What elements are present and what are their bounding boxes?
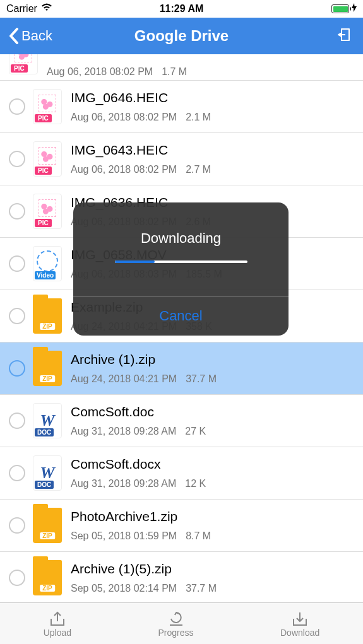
file-name: ComcSoft.doc	[71, 404, 354, 419]
doc-file-icon: W	[33, 455, 62, 491]
tab-upload[interactable]: Upload	[44, 610, 71, 638]
file-info: Archive (1)(5).zipSep 05, 2018 02:14 PM3…	[71, 552, 354, 602]
file-size: 2.1 M	[186, 112, 211, 123]
zip-file-icon	[33, 298, 62, 334]
modal-title: Downloading	[73, 202, 289, 261]
back-button[interactable]: Back	[9, 28, 52, 44]
file-info: ComcSoft.docAug 31, 2018 09:28 AM27 K	[71, 395, 354, 447]
file-name: Archive (1)(5).zip	[71, 561, 354, 577]
file-size: 12 K	[185, 478, 206, 489]
selection-circle[interactable]	[9, 360, 25, 377]
pic-file-icon	[9, 54, 38, 74]
downloading-modal: Downloading Cancel	[73, 202, 289, 336]
selection-circle[interactable]	[9, 308, 25, 324]
status-time: 11:29 AM	[160, 3, 204, 15]
file-info: Archive (1).zipAug 24, 2018 04:21 PM37.7…	[71, 342, 354, 394]
file-date: Aug 06, 2018 08:02 PM	[47, 66, 153, 78]
wifi-icon	[41, 3, 52, 15]
file-meta: Aug 24, 2018 04:21 PM37.7 M	[71, 373, 354, 385]
file-info: IMG_0646.HEICAug 06, 2018 08:02 PM2.1 M	[71, 81, 354, 132]
file-size: 2.7 M	[186, 164, 211, 175]
file-date: Aug 31, 2018 09:28 AM	[71, 426, 176, 437]
selection-circle[interactable]	[9, 517, 25, 534]
cancel-button[interactable]: Cancel	[73, 296, 289, 336]
file-name: IMG_0643.HEIC	[71, 143, 354, 158]
zip-file-icon	[33, 508, 62, 543]
tab-progress-label: Progress	[158, 628, 194, 638]
charging-icon	[352, 3, 357, 15]
upload-icon	[49, 610, 66, 626]
selection-circle[interactable]	[9, 413, 25, 429]
file-item[interactable]: Archive (1).zipAug 24, 2018 04:21 PM37.7…	[0, 342, 363, 395]
status-bar: Carrier 11:29 AM	[0, 0, 363, 18]
file-date: Aug 06, 2018 08:02 PM	[71, 112, 177, 123]
file-date: Sep 05, 2018 02:14 PM	[71, 583, 177, 594]
tab-bar: Upload Progress Download	[0, 602, 363, 644]
file-date: Aug 06, 2018 08:02 PM	[71, 164, 177, 175]
file-name: PhotoArchive1.zip	[71, 509, 354, 524]
doc-file-icon: W	[33, 403, 62, 438]
selection-circle[interactable]	[9, 570, 25, 586]
logout-button[interactable]	[338, 26, 354, 45]
file-meta: Aug 06, 2018 08:02 PM2.1 M	[71, 112, 354, 123]
file-info: Aug 06, 2018 08:02 PM1.7 M	[47, 54, 354, 80]
zip-file-icon	[33, 351, 62, 386]
file-item[interactable]: IMG_0643.HEICAug 06, 2018 08:02 PM2.7 M	[0, 133, 363, 185]
tab-upload-label: Upload	[44, 628, 71, 638]
nav-bar: Back Google Drive	[0, 18, 363, 54]
file-size: 37.7 M	[186, 373, 217, 385]
tab-download-label: Download	[280, 628, 319, 638]
file-size: 37.7 M	[186, 583, 217, 594]
file-name: Archive (1).zip	[71, 352, 354, 367]
file-date: Aug 24, 2018 04:21 PM	[71, 373, 177, 385]
pic-file-icon	[33, 194, 62, 229]
file-item[interactable]: Aug 06, 2018 08:02 PM1.7 M	[0, 54, 363, 81]
file-item[interactable]: WComcSoft.docxAug 31, 2018 09:28 AM12 K	[0, 447, 363, 500]
file-meta: Aug 06, 2018 08:02 PM1.7 M	[47, 66, 354, 78]
file-info: IMG_0643.HEICAug 06, 2018 08:02 PM2.7 M	[71, 133, 354, 185]
selection-circle[interactable]	[9, 465, 25, 481]
selection-circle[interactable]	[9, 255, 25, 272]
file-meta: Sep 05, 2018 01:59 PM8.7 M	[71, 530, 354, 542]
file-name: ComcSoft.docx	[71, 457, 354, 472]
battery-icon	[331, 4, 349, 13]
file-name: IMG_0646.HEIC	[71, 90, 354, 105]
selection-circle[interactable]	[9, 203, 25, 220]
selection-circle[interactable]	[9, 151, 25, 167]
back-label: Back	[21, 28, 52, 44]
page-title: Google Drive	[134, 27, 229, 45]
carrier-label: Carrier	[6, 3, 37, 15]
tab-progress[interactable]: Progress	[158, 610, 194, 638]
progress-icon	[167, 610, 185, 626]
progress-bar	[115, 261, 247, 263]
file-size: 1.7 M	[162, 66, 187, 78]
tab-download[interactable]: Download	[280, 610, 319, 638]
file-info: PhotoArchive1.zipSep 05, 2018 01:59 PM8.…	[71, 500, 354, 551]
pic-file-icon	[33, 89, 62, 124]
video-file-icon	[33, 246, 62, 281]
zip-file-icon	[33, 560, 62, 595]
download-icon	[291, 610, 309, 626]
file-size: 27 K	[185, 426, 206, 437]
file-meta: Sep 05, 2018 02:14 PM37.7 M	[71, 583, 354, 594]
file-date: Aug 31, 2018 09:28 AM	[71, 478, 176, 489]
chevron-left-icon	[9, 28, 19, 44]
file-size: 8.7 M	[186, 530, 211, 542]
file-meta: Aug 31, 2018 09:28 AM12 K	[71, 478, 354, 489]
file-info: ComcSoft.docxAug 31, 2018 09:28 AM12 K	[71, 447, 354, 499]
file-item[interactable]: Archive (1)(5).zipSep 05, 2018 02:14 PM3…	[0, 552, 363, 602]
file-item[interactable]: IMG_0646.HEICAug 06, 2018 08:02 PM2.1 M	[0, 81, 363, 133]
file-item[interactable]: WComcSoft.docAug 31, 2018 09:28 AM27 K	[0, 395, 363, 447]
file-meta: Aug 06, 2018 08:02 PM2.7 M	[71, 164, 354, 175]
file-meta: Aug 31, 2018 09:28 AM27 K	[71, 426, 354, 437]
pic-file-icon	[33, 141, 62, 177]
file-item[interactable]: PhotoArchive1.zipSep 05, 2018 01:59 PM8.…	[0, 500, 363, 552]
selection-circle[interactable]	[9, 98, 25, 115]
file-date: Sep 05, 2018 01:59 PM	[71, 530, 177, 542]
